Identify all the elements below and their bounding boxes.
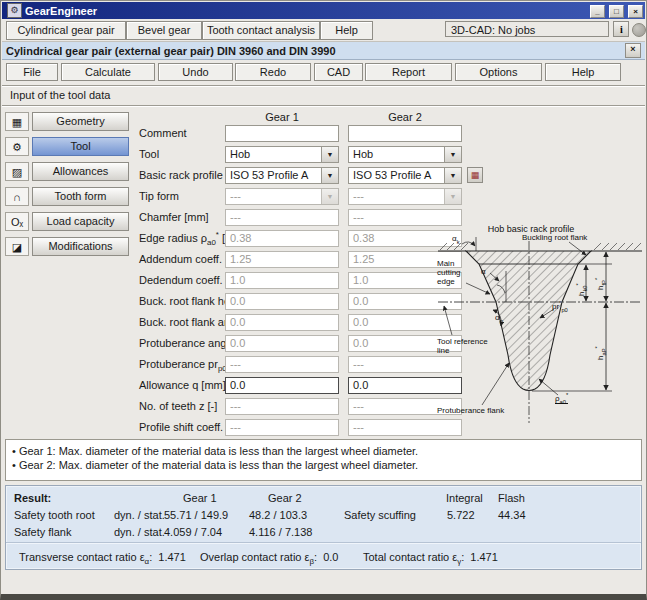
tip-form-gear1-select[interactable]: ---▼	[225, 188, 339, 205]
result-heading: Result:	[14, 492, 51, 504]
tool-gear2-value: Hob	[353, 148, 373, 160]
sidebar-item-tooth-form[interactable]: Tooth form	[32, 187, 129, 206]
tool-gear2-select[interactable]: Hob▼	[348, 146, 462, 163]
sidebar-item-allowances[interactable]: Allowances	[32, 162, 129, 181]
title-bar: ⚙ GearEngineer _ □ ×	[2, 2, 645, 19]
status-bar: Input of the tool data	[2, 86, 645, 106]
dropdown-arrow-icon[interactable]: ▼	[444, 189, 461, 204]
tool-gear1-select[interactable]: Hob▼	[225, 146, 339, 163]
diagram-label-h-aP: haP*	[596, 346, 605, 360]
toolbar-button-redo[interactable]: Redo	[235, 63, 311, 81]
column-header-gear2: Gear 2	[348, 111, 462, 123]
tip-form-gear2-select[interactable]: ---▼	[348, 188, 462, 205]
form-label-allowance: Allowance q [mm]	[139, 377, 226, 394]
protuberance-angle-gear2-value: 0.0	[353, 337, 368, 349]
result-row-label: Safety flank	[14, 526, 71, 538]
contact-ratio-value: 0.0	[317, 551, 338, 563]
chamfer-gear2-value: ---	[353, 211, 364, 223]
result-panel: Result: Gear 1 Gear 2 Integral Flash Saf…	[5, 485, 642, 570]
chamfer-gear1-input[interactable]: ---	[225, 209, 339, 226]
close-button[interactable]: ×	[628, 5, 643, 18]
document-close-button[interactable]: ×	[625, 43, 641, 58]
diagram-label-protuberance-flank: Protuberance flank	[437, 406, 504, 415]
toolbar-button-help[interactable]: Help	[545, 63, 621, 81]
dropdown-arrow-icon[interactable]: ▼	[321, 168, 338, 183]
result-value-flank-gear2: 4.116 / 7.138	[249, 526, 312, 538]
result-scuffing-label: Safety scuffing	[344, 509, 416, 521]
result-row-label: Safety tooth root	[14, 509, 95, 521]
result-value-tooth-root-gear2: 48.2 / 103.3	[249, 509, 307, 521]
dropdown-arrow-icon[interactable]: ▼	[321, 147, 338, 162]
edge-radius-gear1-input[interactable]: 0.38	[225, 230, 339, 247]
toolbar-button-file[interactable]: File	[6, 63, 58, 81]
buck-root-flank-angle-gear1-input[interactable]: 0.0	[225, 314, 339, 331]
contact-ratio-2: Total contact ratio εγ: 1.471	[363, 551, 498, 563]
basic-rack-profile-gear2-select[interactable]: ISO 53 Profile A▼	[348, 167, 462, 184]
sidebar-row-geometry: ▦Geometry	[5, 112, 129, 132]
toolbar-button-options[interactable]: Options	[455, 63, 542, 81]
maximize-button[interactable]: □	[609, 5, 624, 18]
sidebar-item-geometry[interactable]: Geometry	[32, 112, 129, 131]
basic-rack-profile-gear2-value: ISO 53 Profile A	[353, 169, 431, 181]
dedendum-coeff-gear1-value: 1.0	[230, 274, 245, 286]
protuberance-gear1-input[interactable]: ---	[225, 356, 339, 373]
sidebar-row-allowances: ▨Allowances	[5, 162, 129, 182]
menu-item-cylindrical-gear-pair[interactable]: Cylindrical gear pair	[6, 21, 126, 40]
toolbar-button-undo[interactable]: Undo	[158, 63, 233, 81]
no-of-teeth-gear2-value: ---	[353, 400, 364, 412]
modifications-icon: ◪	[5, 237, 29, 256]
warning-box: • Gear 1: Max. diameter of the material …	[5, 439, 642, 481]
form-label-chamfer: Chamfer [mm]	[139, 209, 209, 226]
protuberance-gear1-value: ---	[230, 358, 241, 370]
result-scuffing-integral: 5.722	[447, 509, 475, 521]
allowances-icon: ▨	[5, 162, 29, 181]
contact-ratio-band: Transverse contact ratio εα: 1.471Overla…	[6, 542, 641, 569]
edge-radius-gear1-value: 0.38	[230, 232, 251, 244]
allowance-gear1-input[interactable]: 0.0	[225, 377, 339, 394]
sidebar-row-modifications: ◪Modifications	[5, 237, 129, 257]
profile-shift-coeff-gear1-input[interactable]: ---	[225, 419, 339, 436]
diagram-label-alpha: α	[481, 267, 486, 276]
sizing-button[interactable]: ▦	[467, 167, 483, 183]
addendum-coeff-gear1-input[interactable]: 1.25	[225, 251, 339, 268]
diagram-label-main-cutting-edge: Maincuttingedge	[437, 259, 461, 286]
comment-gear2-input[interactable]	[348, 125, 462, 142]
info-button[interactable]: i	[613, 21, 629, 37]
dropdown-arrow-icon[interactable]: ▼	[444, 147, 461, 162]
diagram-label-buckling-root-flank: Buckling root flank	[522, 233, 587, 242]
protuberance-angle-gear1-input[interactable]: 0.0	[225, 335, 339, 352]
profile-shift-coeff-gear2-value: ---	[353, 421, 364, 433]
toolbar: FileCalculateUndoRedoCADReportOptionsHel…	[2, 60, 645, 86]
contact-ratio-value: 1.471	[152, 551, 186, 563]
result-header-gear2: Gear 2	[268, 492, 302, 504]
toolbar-button-calculate[interactable]: Calculate	[61, 63, 155, 81]
basic-rack-profile-gear1-select[interactable]: ISO 53 Profile A▼	[225, 167, 339, 184]
comment-gear1-input[interactable]	[225, 125, 339, 142]
result-row-mode: dyn. / stat.	[114, 526, 165, 538]
sidebar-row-tool: ⚙Tool	[5, 137, 129, 157]
sidebar-item-modifications[interactable]: Modifications	[32, 237, 129, 256]
result-value-tooth-root-gear1: 55.71 / 149.9	[164, 509, 228, 521]
menu-item-bevel-gear[interactable]: Bevel gear	[126, 21, 202, 40]
sidebar-row-tooth-form: ∩Tooth form	[5, 187, 129, 207]
sidebar-item-tool[interactable]: Tool	[32, 137, 129, 156]
grid-icon: ▦	[5, 112, 29, 131]
sidebar-item-load-capacity[interactable]: Load capacity	[32, 212, 129, 231]
buck-root-flank-height-gear1-input[interactable]: 0.0	[225, 293, 339, 310]
toolbar-button-report[interactable]: Report	[365, 63, 452, 81]
allowance-gear1-value: 0.0	[230, 379, 245, 391]
tip-form-gear1-value: ---	[230, 190, 241, 202]
dropdown-arrow-icon[interactable]: ▼	[321, 189, 338, 204]
menu-item-tooth-contact-analysis[interactable]: Tooth contact analysis	[202, 21, 320, 40]
window-title: GearEngineer	[25, 5, 589, 17]
menu-item-help[interactable]: Help	[320, 21, 373, 40]
no-of-teeth-gear1-input[interactable]: ---	[225, 398, 339, 415]
warning-message: • Gear 2: Max. diameter of the material …	[12, 458, 635, 472]
minimize-button[interactable]: _	[590, 5, 605, 18]
sidebar-row-load-capacity: OₓLoad capacity	[5, 212, 129, 232]
buck-root-flank-height-gear1-value: 0.0	[230, 295, 245, 307]
profile-shift-coeff-gear1-value: ---	[230, 421, 241, 433]
toolbar-button-cad[interactable]: CAD	[314, 63, 363, 81]
dropdown-arrow-icon[interactable]: ▼	[444, 168, 461, 183]
dedendum-coeff-gear1-input[interactable]: 1.0	[225, 272, 339, 289]
